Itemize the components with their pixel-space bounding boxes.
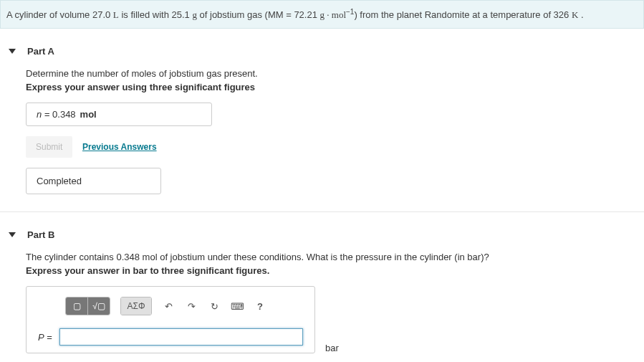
pressure-input[interactable]	[59, 328, 303, 346]
part-a-status: Completed	[26, 168, 161, 194]
caret-down-icon	[9, 232, 16, 237]
caret-down-icon	[9, 49, 16, 54]
undo-icon[interactable]: ↶	[162, 300, 175, 313]
part-a-title: Part A	[27, 46, 54, 57]
equation-toolbar: ▢ √▢ ΑΣΦ ↶ ↷ ↻ ⌨ ?	[65, 297, 303, 315]
part-a-answer-box: n = 0.348mol	[26, 103, 212, 126]
fraction-button[interactable]: ▢	[66, 297, 88, 315]
part-a-question: Determine the number of moles of jobstiu…	[26, 68, 644, 79]
part-b-var: P =	[38, 332, 59, 343]
part-a-value: 0.348	[52, 109, 76, 120]
reset-icon[interactable]: ↻	[208, 300, 221, 313]
part-b-question: The cylinder contains 0.348 mol of jobst…	[26, 252, 644, 262]
part-b-instruction: Express your answer in bar to three sign…	[26, 265, 644, 276]
answer-input-panel: ▢ √▢ ΑΣΦ ↶ ↷ ↻ ⌨ ? P =	[26, 286, 315, 353]
problem-statement: A cylinder of volume 27.0 L is filled wi…	[0, 0, 644, 29]
greek-button[interactable]: ΑΣΦ	[121, 297, 151, 315]
greek-buttons: ΑΣΦ	[120, 297, 152, 315]
part-a: Part A Determine the number of moles of …	[0, 46, 644, 194]
problem-text: A cylinder of volume 27.0 L is filled wi…	[6, 9, 584, 20]
part-b-header[interactable]: Part B	[0, 229, 644, 247]
part-b-unit: bar	[325, 343, 339, 353]
help-icon[interactable]: ?	[254, 300, 266, 313]
keyboard-icon[interactable]: ⌨	[231, 300, 244, 313]
sqrt-button[interactable]: √▢	[88, 297, 110, 315]
part-a-header[interactable]: Part A	[0, 46, 644, 64]
divider	[0, 211, 644, 212]
part-b: Part B The cylinder contains 0.348 mol o…	[0, 229, 644, 353]
part-a-unit: mol	[80, 109, 97, 120]
previous-answers-link[interactable]: Previous Answers	[82, 142, 157, 152]
submit-button: Submit	[26, 136, 72, 158]
part-b-title: Part B	[27, 229, 54, 240]
redo-icon[interactable]: ↷	[185, 300, 198, 313]
template-buttons: ▢ √▢	[65, 297, 110, 315]
part-a-instruction: Express your answer using three signific…	[26, 82, 644, 92]
